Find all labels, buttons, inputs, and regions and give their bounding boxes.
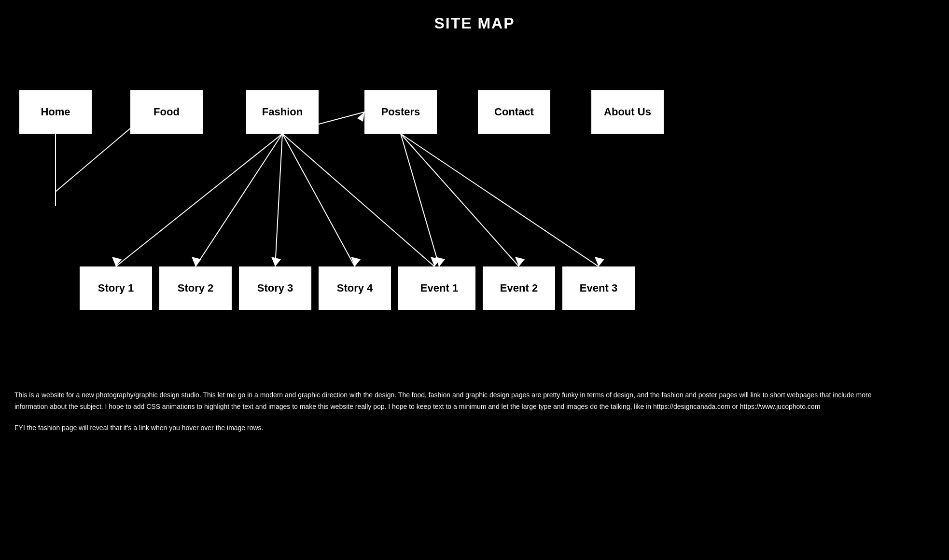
svg-line-11	[282, 134, 355, 266]
description-p1: This is a website for a new photography/…	[14, 390, 903, 413]
connection-lines	[0, 32, 949, 370]
svg-marker-12	[351, 257, 361, 266]
node-fashion[interactable]: Fashion	[246, 90, 319, 134]
svg-line-7	[195, 134, 282, 266]
svg-line-17	[401, 134, 519, 266]
svg-line-19	[401, 134, 599, 266]
svg-marker-18	[515, 257, 525, 266]
description-p2: FYI the fashion page will reveal that it…	[14, 422, 903, 434]
svg-line-15	[401, 134, 439, 266]
svg-line-9	[275, 134, 282, 266]
node-event3[interactable]: Event 3	[562, 266, 635, 310]
svg-marker-6	[112, 257, 122, 266]
node-aboutus[interactable]: About Us	[591, 90, 664, 134]
description-section: This is a website for a new photography/…	[0, 370, 917, 453]
svg-marker-8	[192, 257, 201, 266]
node-story4[interactable]: Story 4	[319, 266, 391, 310]
node-story3[interactable]: Story 3	[239, 266, 311, 310]
sitemap-diagram: Home Food Fashion Posters Contact About …	[0, 32, 949, 370]
svg-marker-16	[435, 257, 445, 266]
node-contact[interactable]: Contact	[478, 90, 550, 134]
node-food[interactable]: Food	[130, 90, 203, 134]
node-posters[interactable]: Posters	[364, 90, 437, 134]
node-story1[interactable]: Story 1	[80, 266, 152, 310]
svg-marker-20	[595, 257, 604, 266]
svg-marker-10	[271, 257, 281, 266]
svg-marker-14	[431, 257, 440, 266]
node-event1[interactable]: Event 1	[403, 266, 475, 310]
node-home[interactable]: Home	[19, 90, 92, 134]
node-event2[interactable]: Event 2	[483, 266, 555, 310]
svg-line-5	[116, 134, 282, 266]
page-title: SITE MAP	[0, 0, 949, 32]
svg-marker-4	[357, 112, 364, 122]
svg-line-13	[282, 134, 434, 266]
node-story2[interactable]: Story 2	[159, 266, 232, 310]
